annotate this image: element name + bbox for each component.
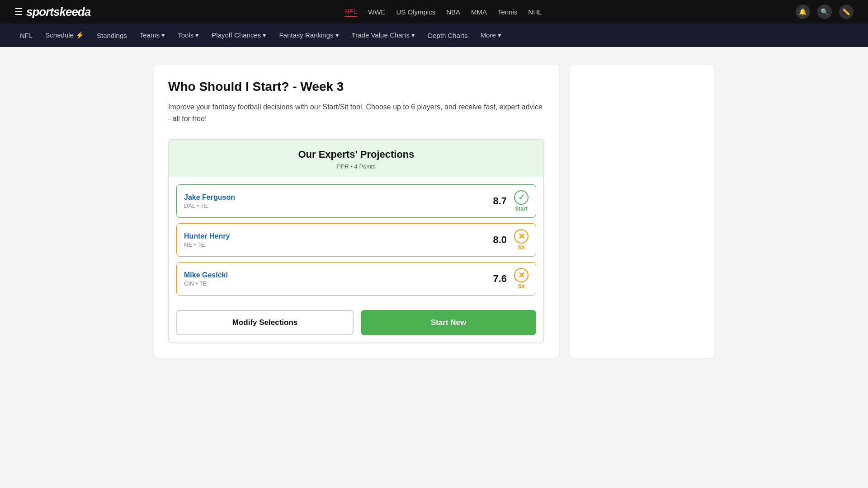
action-icon-sit: ✕ [514,229,528,244]
player-name: Hunter Henry [184,232,230,240]
top-nav-link-mma[interactable]: MMA [471,8,487,16]
projections-body: Jake Ferguson DAL • TE 8.7 ✓ Start Hunte… [169,177,543,303]
top-nav-link-nhl[interactable]: NHL [528,8,542,16]
player-score: 8.7 [493,195,507,207]
action-icon-sit: ✕ [514,268,528,282]
sub-nav-item-teams[interactable]: Teams ▾ [134,28,170,42]
sub-nav-item-playoff-chances[interactable]: Playoff Chances ▾ [206,28,272,42]
player-meta: DAL • TE [184,202,235,209]
top-nav-left: ☰ sportskeeda [14,5,90,19]
left-panel: Who Should I Start? - Week 3 Improve you… [154,65,559,358]
top-nav-link-wwe[interactable]: WWE [368,8,385,16]
player-row: Hunter Henry NE • TE 8.0 ✕ Sit [176,223,536,257]
sub-nav-item-fantasy-rankings[interactable]: Fantasy Rankings ▾ [274,28,344,42]
projections-subtitle: PPR • 4 Points [176,163,536,170]
edit-button[interactable]: ✏️ [839,5,854,19]
page-description: Improve your fantasy football decisions … [168,101,544,124]
main-content: Who Should I Start? - Week 3 Improve you… [145,47,723,376]
player-info: Jake Ferguson DAL • TE [184,193,235,209]
action-label: Sit [518,244,524,251]
action-icon-start: ✓ [514,190,528,205]
projections-header: Our Experts' Projections PPR • 4 Points [169,140,543,177]
notification-button[interactable]: 🔔 [796,5,810,19]
player-meta: CIN • TE [184,280,228,287]
logo: sportskeeda [26,5,90,19]
player-row: Mike Gesicki CIN • TE 7.6 ✕ Sit [176,262,536,296]
sub-nav-item-schedule[interactable]: Schedule ⚡ [40,28,90,42]
player-action: ✓ Start [514,190,528,212]
player-name: Mike Gesicki [184,271,228,279]
modify-selections-button[interactable]: Modify Selections [176,310,354,335]
action-label: Sit [518,283,524,290]
top-nav-link-nfl[interactable]: NFL [344,7,357,17]
player-info: Mike Gesicki CIN • TE [184,271,228,287]
top-nav-link-tennis[interactable]: Tennis [498,8,517,16]
top-nav-links: NFLWWEUS OlympicsNBAMMATennisNHL [344,7,542,17]
sub-nav: NFLSchedule ⚡StandingsTeams ▾Tools ▾Play… [0,23,868,47]
player-info: Hunter Henry NE • TE [184,232,230,248]
sub-nav-item-trade-value-charts[interactable]: Trade Value Charts ▾ [346,28,421,42]
action-label: Start [515,206,527,212]
player-score: 7.6 [493,273,507,285]
top-nav-right: 🔔 🔍 ✏️ [796,5,854,19]
hamburger-icon[interactable]: ☰ [14,6,23,17]
sub-nav-item-more[interactable]: More ▾ [475,28,507,42]
top-nav: ☰ sportskeeda NFLWWEUS OlympicsNBAMMATen… [0,0,868,23]
page-title: Who Should I Start? - Week 3 [168,80,544,94]
sub-nav-item-depth-charts[interactable]: Depth Charts [422,29,473,42]
player-row: Jake Ferguson DAL • TE 8.7 ✓ Start [176,184,536,218]
sub-nav-item-standings[interactable]: Standings [91,29,132,42]
player-action: ✕ Sit [514,229,528,251]
projections-card: Our Experts' Projections PPR • 4 Points … [168,139,544,343]
player-meta: NE • TE [184,241,230,248]
buttons-row: Modify Selections Start New [169,310,543,343]
projections-title: Our Experts' Projections [176,149,536,160]
player-name: Jake Ferguson [184,193,235,202]
search-button[interactable]: 🔍 [817,5,832,19]
top-nav-link-nba[interactable]: NBA [446,8,460,16]
sub-nav-item-nfl[interactable]: NFL [14,29,38,42]
player-score: 8.0 [493,234,507,246]
player-action: ✕ Sit [514,268,528,290]
right-panel [570,65,714,358]
sub-nav-item-tools[interactable]: Tools ▾ [172,28,204,42]
start-new-button[interactable]: Start New [361,310,536,335]
top-nav-link-us-olympics[interactable]: US Olympics [396,8,435,16]
